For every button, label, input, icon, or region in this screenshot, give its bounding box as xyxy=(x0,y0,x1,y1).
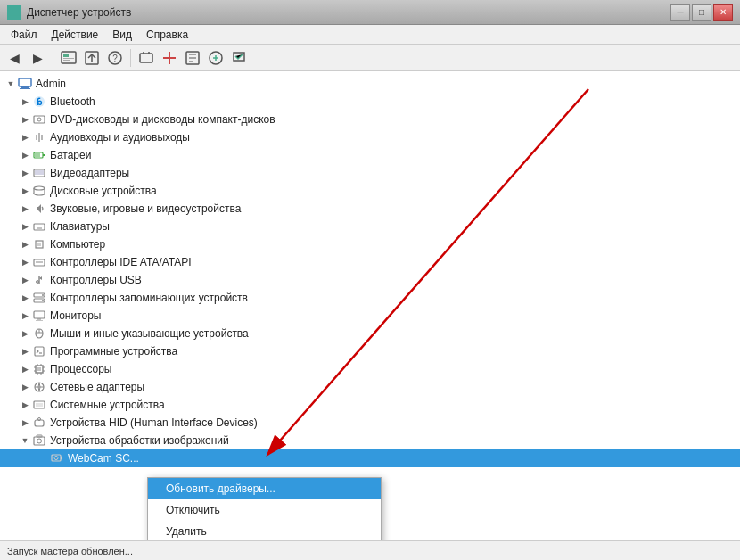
context-menu-item-update-drivers[interactable]: Обновить драйверы... xyxy=(148,478,381,499)
list-item[interactable]: ▼ Устройства обработки изображений xyxy=(0,432,740,449)
item-expander[interactable]: ▶ xyxy=(18,184,32,198)
item-label: Дисковые устройства xyxy=(50,185,157,197)
toolbar-sep1 xyxy=(53,49,53,67)
window-controls: ─ □ ✕ xyxy=(670,4,733,21)
list-item[interactable]: ▶ Контроллеры IDE ATA/ATAPI xyxy=(0,253,740,271)
item-expander[interactable]: ▶ xyxy=(18,309,32,323)
item-expander[interactable]: ▶ xyxy=(18,255,32,269)
toolbar-btn7[interactable] xyxy=(205,47,226,69)
item-expander[interactable]: ▶ xyxy=(18,202,32,216)
item-expander[interactable]: ▶ xyxy=(18,166,32,180)
list-item[interactable]: ▶ Мониторы xyxy=(0,307,740,325)
svg-point-18 xyxy=(37,118,41,121)
toolbar-btn8[interactable] xyxy=(228,47,250,69)
svg-rect-5 xyxy=(63,58,74,59)
menu-view[interactable]: Вид xyxy=(105,27,139,43)
svg-rect-41 xyxy=(37,318,41,320)
menu-action[interactable]: Действие xyxy=(45,27,106,43)
item-expander[interactable]: ▶ xyxy=(18,398,32,412)
main-area: ▼ Admin ▶ ɓ Bluetooth ▶ xyxy=(0,71,740,540)
list-item[interactable]: ▶ Звуковые, игровые и видеоустройства xyxy=(0,200,740,218)
list-item[interactable]: ▶ Устройства HID (Human Interface Device… xyxy=(0,414,740,432)
list-item[interactable]: ▶ Контроллеры запоминающих устройств xyxy=(0,289,740,307)
item-expander[interactable]: ▶ xyxy=(18,416,32,430)
item-expander[interactable]: ▶ xyxy=(18,130,32,144)
item-expander[interactable]: ▶ xyxy=(18,326,32,341)
item-expander[interactable]: ▶ xyxy=(18,273,32,287)
app-icon xyxy=(7,5,21,20)
item-expander[interactable]: ▶ xyxy=(18,291,32,305)
list-item[interactable]: ▶ Системные устройства xyxy=(0,396,740,414)
minimize-button[interactable]: ─ xyxy=(670,4,690,21)
item-expander[interactable]: ▶ xyxy=(18,95,32,109)
mouse-icon xyxy=(32,326,46,341)
svg-rect-4 xyxy=(63,54,69,57)
tree-root[interactable]: ▼ Admin xyxy=(0,75,740,93)
item-expander[interactable]: ▶ xyxy=(18,344,32,358)
list-item[interactable]: ▶ WebCam SC... xyxy=(0,449,740,467)
list-item[interactable]: ▶ Мыши и иные указывающие устройства xyxy=(0,325,740,342)
toolbar-btn1[interactable] xyxy=(58,47,79,69)
menu-help[interactable]: Справка xyxy=(139,27,195,43)
list-item[interactable]: ▶ Видеоадаптеры xyxy=(0,164,740,182)
toolbar-btn5[interactable] xyxy=(159,47,180,69)
item-expander[interactable]: ▶ xyxy=(18,112,32,127)
ide-icon xyxy=(32,255,46,269)
svg-rect-45 xyxy=(37,367,41,371)
item-label: Звуковые, игровые и видеоустройства xyxy=(50,202,241,215)
item-label: Мыши и иные указывающие устройства xyxy=(50,327,249,340)
list-item[interactable]: ▶ Контроллеры USB xyxy=(0,271,740,289)
menu-file[interactable]: Файл xyxy=(4,27,45,43)
toolbar-btn2[interactable] xyxy=(81,47,103,69)
toolbar-forward[interactable]: ▶ xyxy=(27,47,48,69)
context-menu-item-disable[interactable]: Отключить xyxy=(148,499,381,521)
toolbar-btn3[interactable]: ? xyxy=(104,47,126,69)
item-label: Батареи xyxy=(50,149,91,161)
item-expander[interactable]: ▼ xyxy=(18,433,32,448)
list-item[interactable]: ▶ Дисковые устройства xyxy=(0,182,740,200)
toolbar-btn6[interactable] xyxy=(182,47,203,69)
titlebar-left: Диспетчер устройств xyxy=(7,5,131,20)
svg-rect-1 xyxy=(12,16,17,18)
item-expander[interactable]: ▶ xyxy=(18,237,32,251)
toolbar-btn4[interactable] xyxy=(136,47,157,69)
list-item[interactable]: ▶ Клавиатуры xyxy=(0,218,740,235)
svg-rect-14 xyxy=(20,88,30,89)
item-expander[interactable]: ▶ xyxy=(18,380,32,394)
menu-bar: Файл Действие Вид Справка xyxy=(0,25,740,45)
processor-icon xyxy=(32,362,46,376)
list-item[interactable]: ▶ Батареи xyxy=(0,146,740,164)
item-label: Системные устройства xyxy=(50,399,165,411)
cpu-icon xyxy=(32,237,46,251)
computer-icon xyxy=(18,77,32,91)
list-item[interactable]: ▶ Аудиовходы и аудиовыходы xyxy=(0,128,740,146)
item-label: Устройства обработки изображений xyxy=(50,434,229,447)
tree-view[interactable]: ▼ Admin ▶ ɓ Bluetooth ▶ xyxy=(0,71,740,540)
item-expander[interactable]: ▶ xyxy=(18,148,32,162)
svg-rect-10 xyxy=(140,54,152,62)
item-expander[interactable]: ▶ xyxy=(18,362,32,376)
close-button[interactable]: ✕ xyxy=(713,4,733,21)
item-label: DVD-дисководы и дисководы компакт-дисков xyxy=(50,113,275,126)
list-item[interactable]: ▶ Компьютер xyxy=(0,235,740,253)
svg-rect-40 xyxy=(34,311,45,318)
webcam-icon xyxy=(50,451,64,465)
svg-rect-29 xyxy=(38,226,40,226)
svg-text:ɓ: ɓ xyxy=(37,97,43,107)
item-label: Устройства HID (Human Interface Devices) xyxy=(50,416,258,429)
root-expander[interactable]: ▼ xyxy=(4,77,18,91)
item-expander[interactable]: ▶ xyxy=(18,219,32,234)
list-item[interactable]: ▶ Процессоры xyxy=(0,360,740,378)
list-item[interactable]: ▶ Программные устройства xyxy=(0,342,740,360)
context-menu-item-delete[interactable]: Удалить xyxy=(148,521,381,540)
svg-rect-3 xyxy=(62,52,76,63)
audio-icon xyxy=(32,130,46,144)
list-item[interactable]: ▶ DVD-дисководы и дисководы компакт-диск… xyxy=(0,111,740,128)
list-item[interactable]: ▶ Сетевые адаптеры xyxy=(0,378,740,396)
keyboard-icon xyxy=(32,219,46,234)
item-label: Компьютер xyxy=(50,238,105,251)
maximize-button[interactable]: □ xyxy=(692,4,711,21)
item-label: Bluetooth xyxy=(50,95,95,108)
list-item[interactable]: ▶ ɓ Bluetooth xyxy=(0,93,740,111)
toolbar-back[interactable]: ◀ xyxy=(4,47,25,69)
